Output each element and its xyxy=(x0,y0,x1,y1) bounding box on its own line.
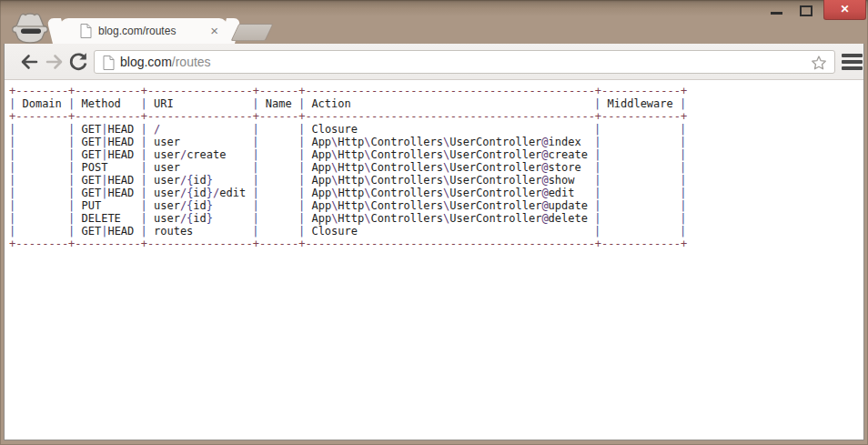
page-content: +--------+----------+----------------+--… xyxy=(5,81,863,440)
bookmark-star-icon[interactable] xyxy=(810,54,828,72)
url-host: blog.com xyxy=(120,55,172,69)
back-button[interactable] xyxy=(17,50,41,74)
hamburger-icon xyxy=(842,54,863,57)
url-page-icon xyxy=(103,56,115,70)
page-icon xyxy=(80,24,92,38)
url-text: blog.com/routes xyxy=(120,51,211,73)
reload-button[interactable] xyxy=(66,50,90,74)
browser-body: blog.com/routes +--------+----------+---… xyxy=(4,44,864,440)
new-tab-button[interactable] xyxy=(231,24,274,41)
titlebar[interactable]: blog.com/routes × ✕ xyxy=(0,0,868,44)
back-arrow-icon xyxy=(17,50,41,74)
tab-close-icon[interactable]: × xyxy=(210,18,218,43)
reload-icon xyxy=(66,50,90,74)
forward-arrow-icon xyxy=(43,50,66,74)
url-path: /routes xyxy=(172,55,211,69)
navigation-toolbar: blog.com/routes xyxy=(5,44,863,80)
minimize-button[interactable] xyxy=(766,4,788,19)
maximize-button[interactable] xyxy=(795,4,817,19)
maximize-icon xyxy=(800,5,812,16)
close-window-button[interactable]: ✕ xyxy=(823,0,866,20)
tab-title: blog.com/routes xyxy=(98,18,176,44)
minimize-icon xyxy=(771,12,782,15)
browser-window: blog.com/routes × ✕ xyxy=(0,0,868,445)
menu-button[interactable] xyxy=(840,52,863,72)
browser-tab[interactable]: blog.com/routes × xyxy=(60,18,227,44)
routes-ascii-table: +--------+----------+----------------+--… xyxy=(9,85,863,250)
address-bar[interactable]: blog.com/routes xyxy=(94,50,835,74)
forward-button[interactable] xyxy=(43,50,66,74)
